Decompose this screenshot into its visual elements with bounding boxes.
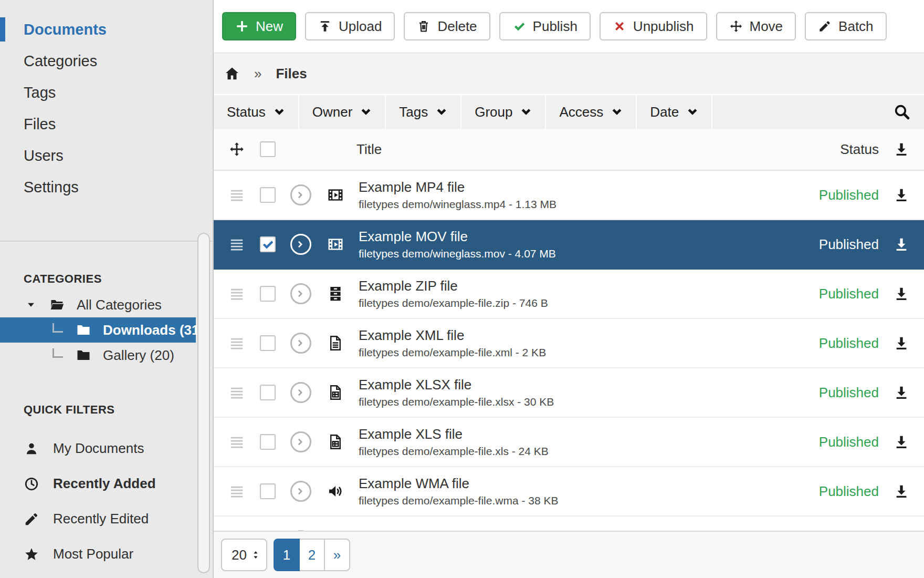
row-checkbox[interactable] xyxy=(260,335,276,351)
row-checkbox[interactable] xyxy=(260,483,276,499)
expand-row-button[interactable] xyxy=(290,481,311,502)
category-item-gallery-20[interactable]: Gallery (20) xyxy=(0,343,196,368)
quick-filter-recently-edited[interactable]: Recently Edited xyxy=(0,501,213,536)
expand-row-button[interactable] xyxy=(290,382,311,403)
sidebar-item-files[interactable]: Files xyxy=(0,108,196,140)
file-meta: filetypes demo/example-file.xls - 24 KB xyxy=(359,444,549,458)
row-checkbox[interactable] xyxy=(260,434,276,450)
row-checkbox[interactable] xyxy=(260,187,276,203)
filter-status[interactable]: Status xyxy=(214,95,298,129)
file-title[interactable]: Example XML file xyxy=(359,327,546,344)
file-row-example-mov-file[interactable]: Example MOV filefiletypes demo/wineglass… xyxy=(214,220,924,270)
expand-row-button[interactable] xyxy=(290,234,311,255)
filter-label: Tags xyxy=(399,104,428,120)
drag-handle[interactable] xyxy=(227,335,246,351)
row-checkbox[interactable] xyxy=(260,236,276,252)
filter-date[interactable]: Date xyxy=(637,95,711,129)
select-all-checkbox[interactable] xyxy=(260,141,276,157)
sidebar-item-tags[interactable]: Tags xyxy=(0,77,196,108)
status-badge[interactable]: Published xyxy=(763,187,879,203)
filter-owner[interactable]: Owner xyxy=(299,95,385,129)
breadcrumb-home[interactable] xyxy=(224,66,240,81)
file-row-example-xls-file[interactable]: Example XLS filefiletypes demo/example-f… xyxy=(214,418,924,467)
status-badge[interactable]: Published xyxy=(763,434,879,450)
pagination-page-2[interactable]: 2 xyxy=(299,539,325,571)
status-badge[interactable]: Published xyxy=(763,236,879,253)
file-title[interactable]: Example MP4 file xyxy=(359,179,556,196)
file-row-example-wma-file[interactable]: Example WMA filefiletypes demo/example-f… xyxy=(214,467,924,517)
page-size-select[interactable]: 20 xyxy=(221,539,267,571)
sidebar-scrollbar[interactable] xyxy=(197,233,210,573)
quick-filter-most-popular[interactable]: Most Popular xyxy=(0,536,213,572)
filter-group[interactable]: Group xyxy=(461,95,545,129)
download-button[interactable] xyxy=(879,434,924,450)
file-title[interactable]: Example MOV file xyxy=(359,228,556,245)
file-title[interactable]: Example ZIP file xyxy=(359,277,548,295)
quick-filter-label: Recently Edited xyxy=(53,511,149,527)
sidebar-item-users[interactable]: Users xyxy=(0,140,196,171)
drag-handle[interactable] xyxy=(227,187,246,203)
expand-row-button[interactable] xyxy=(290,184,311,205)
person-icon xyxy=(24,441,39,457)
pagination-page-1[interactable]: 1 xyxy=(274,539,300,571)
plus-icon xyxy=(235,19,249,33)
download-column-header[interactable] xyxy=(879,141,924,157)
pagination-pages: 12» xyxy=(274,539,350,571)
new-button[interactable]: New xyxy=(222,12,296,40)
drag-handle[interactable] xyxy=(227,236,246,252)
pagination-next-button[interactable]: » xyxy=(324,539,350,571)
row-checkbox[interactable] xyxy=(260,385,276,400)
trash-icon xyxy=(417,19,430,33)
chevron-right-icon xyxy=(296,486,306,497)
drag-handle[interactable] xyxy=(227,385,246,400)
download-button[interactable] xyxy=(879,187,924,203)
category-item-downloads-31[interactable]: Downloads (31) xyxy=(0,317,196,343)
title-column-header[interactable]: Title xyxy=(356,141,382,158)
download-button[interactable] xyxy=(879,483,924,499)
search-button[interactable] xyxy=(712,95,924,129)
quick-filter-recently-added[interactable]: Recently Added xyxy=(0,466,213,501)
filter-tags[interactable]: Tags xyxy=(386,95,460,129)
category-item-all-categories[interactable]: All Categories xyxy=(0,292,196,317)
status-badge[interactable]: Published xyxy=(763,335,879,352)
file-meta: filetypes demo/example-file.zip - 746 B xyxy=(359,296,548,310)
download-button[interactable] xyxy=(879,385,924,400)
file-title[interactable]: Example XLS file xyxy=(359,426,549,443)
file-row-example-xlsx-file[interactable]: Example XLSX filefiletypes demo/example-… xyxy=(214,368,924,418)
download-button[interactable] xyxy=(879,286,924,302)
chevron-right-icon xyxy=(296,239,306,250)
quick-filter-my-documents[interactable]: My Documents xyxy=(0,431,213,466)
download-button[interactable] xyxy=(879,335,924,351)
home-icon[interactable] xyxy=(224,66,240,81)
move-button[interactable]: Move xyxy=(716,12,796,40)
sidebar-item-settings[interactable]: Settings xyxy=(0,171,196,203)
file-title[interactable]: Example WMA file xyxy=(359,475,559,492)
file-row-example-mp4-file[interactable]: Example MP4 filefiletypes demo/wineglass… xyxy=(214,171,924,220)
publish-button[interactable]: Publish xyxy=(499,12,591,40)
expand-row-button[interactable] xyxy=(290,333,311,354)
upload-button[interactable]: Upload xyxy=(305,12,395,40)
file-row-example-zip-file[interactable]: Example ZIP filefiletypes demo/example-f… xyxy=(214,270,924,319)
filter-access[interactable]: Access xyxy=(546,95,636,129)
download-icon xyxy=(894,286,909,302)
unpublish-button[interactable]: Unpublish xyxy=(600,12,707,40)
delete-button[interactable]: Delete xyxy=(404,12,490,40)
sidebar-item-categories[interactable]: Categories xyxy=(0,45,196,77)
expand-row-button[interactable] xyxy=(290,431,311,452)
row-checkbox[interactable] xyxy=(260,286,276,302)
drag-handle[interactable] xyxy=(227,286,246,302)
batch-button[interactable]: Batch xyxy=(805,12,887,40)
status-column-header[interactable]: Status xyxy=(763,141,879,158)
status-badge[interactable]: Published xyxy=(763,483,879,500)
sidebar-item-documents[interactable]: Documents xyxy=(0,14,196,45)
download-button[interactable] xyxy=(879,236,924,252)
order-column-header[interactable] xyxy=(227,141,246,157)
caret-down-icon[interactable] xyxy=(25,299,37,311)
expand-row-button[interactable] xyxy=(290,283,311,304)
status-badge[interactable]: Published xyxy=(763,286,879,302)
file-row-example-xml-file[interactable]: Example XML filefiletypes demo/example-f… xyxy=(214,319,924,368)
drag-handle[interactable] xyxy=(227,483,246,499)
file-title[interactable]: Example XLSX file xyxy=(359,376,554,394)
drag-handle[interactable] xyxy=(227,434,246,450)
status-badge[interactable]: Published xyxy=(763,385,879,401)
